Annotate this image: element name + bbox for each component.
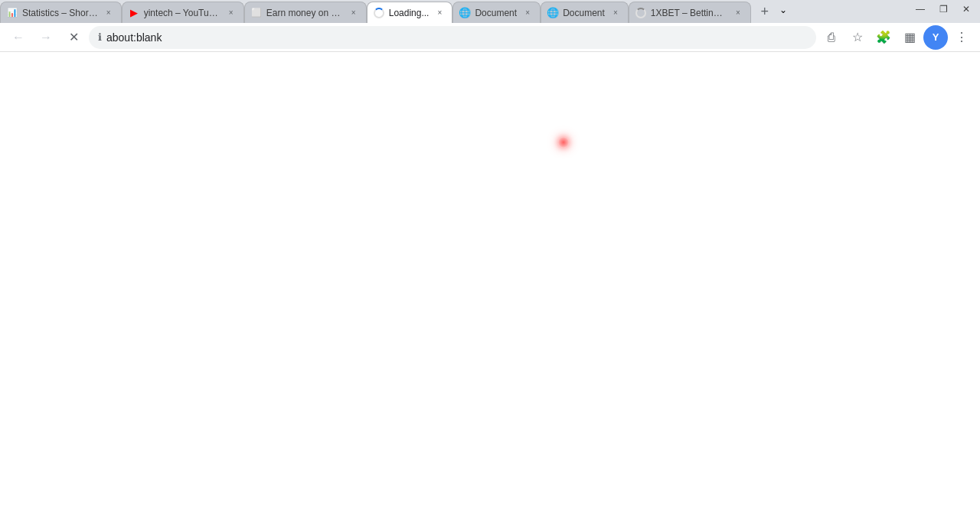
tab-favicon-1xbet	[635, 8, 646, 18]
new-tab-button[interactable]: +	[754, 1, 776, 22]
tab-title-loading: Loading...	[389, 8, 430, 18]
reload-button[interactable]: ✕	[61, 25, 86, 50]
window-controls: — ❐ ✕	[910, 0, 980, 23]
tab-1xbet[interactable]: 1XBET – Betting… ×	[629, 2, 751, 23]
tab-overflow-button[interactable]: ⌄	[776, 2, 791, 18]
tab-close-document-1[interactable]: ×	[521, 7, 534, 19]
tab-close-statistics[interactable]: ×	[103, 7, 115, 19]
tab-close-document-2[interactable]: ×	[609, 7, 622, 19]
tab-close-1xbet[interactable]: ×	[732, 7, 744, 19]
tab-youtube[interactable]: ▶ yintech – YouTub… ×	[122, 2, 244, 23]
tab-document-2[interactable]: 🌐 Document ×	[541, 2, 629, 23]
sidebar-button[interactable]: ▦	[897, 25, 922, 50]
tab-title-1xbet: 1XBET – Betting…	[651, 8, 727, 18]
tab-statistics[interactable]: 📊 Statistics – Shor… ×	[0, 2, 122, 23]
address-text: about:blank	[106, 31, 807, 44]
tab-earn-money[interactable]: ⬜ Earn money on s… ×	[244, 2, 367, 23]
address-bar[interactable]: ℹ about:blank	[89, 26, 816, 49]
tab-loading[interactable]: Loading... ×	[367, 2, 453, 23]
tab-document-1[interactable]: 🌐 Document ×	[452, 2, 541, 23]
tab-favicon-youtube: ▶	[129, 8, 139, 18]
forward-button[interactable]: →	[34, 25, 58, 50]
profile-button[interactable]: Y	[923, 25, 948, 50]
tab-title-earn-money: Earn money on s…	[266, 8, 343, 18]
tab-title-statistics: Statistics – Shor…	[22, 8, 98, 18]
tab-favicon-loading	[374, 8, 384, 18]
tab-title-document-1: Document	[475, 8, 517, 18]
tab-close-youtube[interactable]: ×	[225, 7, 237, 19]
minimize-button[interactable]: —	[910, 0, 931, 20]
tab-favicon-earn-money: ⬜	[251, 8, 262, 18]
cursor-dot	[558, 137, 569, 148]
maximize-button[interactable]: ❐	[933, 0, 954, 20]
tabs-container: 📊 Statistics – Shor… × ▶ yintech – YouTu…	[0, 0, 910, 23]
address-icon: ℹ	[98, 31, 102, 43]
tab-favicon-statistics: 📊	[7, 8, 18, 18]
tab-close-loading[interactable]: ×	[433, 7, 446, 19]
extensions-button[interactable]: 🧩	[871, 25, 896, 50]
title-bar: 📊 Statistics – Shor… × ▶ yintech – YouTu…	[0, 0, 980, 23]
tab-title-document-2: Document	[563, 8, 605, 18]
tab-close-earn-money[interactable]: ×	[348, 7, 360, 19]
tab-favicon-document-2: 🌐	[547, 8, 558, 18]
tab-title-youtube: yintech – YouTub…	[144, 8, 220, 18]
menu-button[interactable]: ⋮	[949, 25, 974, 50]
toolbar-right: ⎙ ☆ 🧩 ▦ Y ⋮	[819, 25, 974, 50]
page-content	[0, 52, 980, 528]
back-button[interactable]: ←	[6, 25, 31, 50]
tab-favicon-document-1: 🌐	[459, 8, 470, 18]
close-button[interactable]: ✕	[956, 0, 977, 20]
bookmark-button[interactable]: ☆	[845, 25, 870, 50]
share-button[interactable]: ⎙	[819, 25, 844, 50]
navigation-bar: ← → ✕ ℹ about:blank ⎙ ☆ 🧩 ▦ Y ⋮	[0, 23, 980, 52]
cursor-indicator	[556, 135, 571, 150]
